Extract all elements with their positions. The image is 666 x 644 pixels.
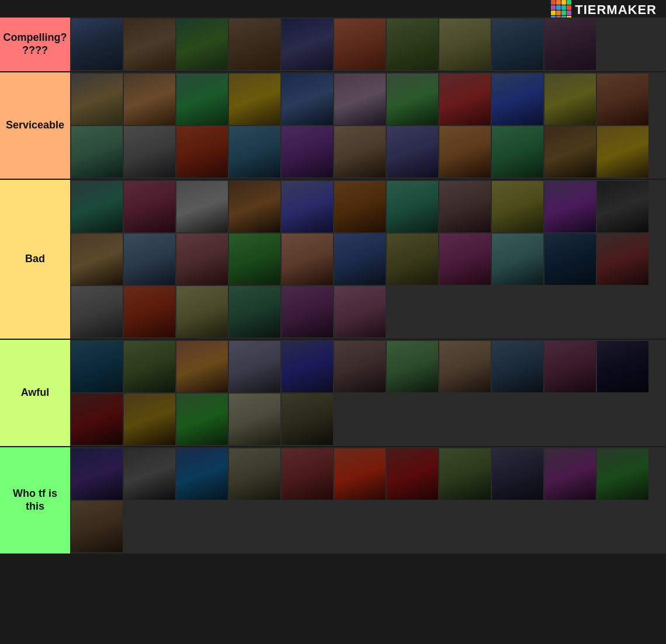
char-card bbox=[71, 394, 123, 445]
char-card bbox=[492, 341, 543, 392]
char-card bbox=[334, 19, 386, 70]
char-card bbox=[387, 341, 438, 392]
char-card bbox=[334, 74, 386, 125]
char-card bbox=[544, 19, 596, 70]
char-card bbox=[334, 126, 386, 177]
char-card bbox=[229, 181, 280, 232]
char-card bbox=[387, 126, 438, 177]
char-card bbox=[229, 448, 280, 500]
char-card bbox=[334, 341, 386, 392]
tier-label-text-bad: Bad bbox=[25, 253, 45, 266]
char-card bbox=[124, 341, 175, 392]
char-card bbox=[176, 234, 228, 285]
tier-label-text-serviceable: Serviceable bbox=[6, 119, 64, 132]
tier-row-compelling: Compelling????? bbox=[0, 18, 666, 72]
char-card bbox=[492, 74, 543, 125]
tiermaker-logo-text: TiERMAKER bbox=[575, 2, 657, 18]
char-card bbox=[229, 341, 280, 392]
char-card bbox=[124, 394, 175, 445]
char-card bbox=[544, 448, 596, 500]
char-card bbox=[176, 286, 228, 337]
char-card bbox=[71, 341, 123, 392]
char-card bbox=[124, 286, 175, 337]
char-card bbox=[71, 448, 123, 500]
char-card bbox=[71, 19, 123, 70]
char-card bbox=[229, 394, 280, 445]
char-card bbox=[439, 19, 491, 70]
tier-list: TiERMAKER Compelling????? Serviceable bbox=[0, 0, 666, 555]
char-card bbox=[176, 448, 228, 500]
char-card bbox=[71, 74, 123, 125]
char-card bbox=[387, 74, 438, 125]
tier-content-who bbox=[70, 447, 666, 554]
char-card bbox=[282, 19, 333, 70]
char-card bbox=[334, 181, 386, 232]
char-card bbox=[229, 234, 280, 285]
char-card bbox=[597, 74, 648, 125]
char-card bbox=[282, 181, 333, 232]
tier-row-who: Who tf is this bbox=[0, 447, 666, 555]
char-card bbox=[544, 341, 596, 392]
char-card bbox=[492, 126, 543, 177]
char-card bbox=[71, 234, 123, 285]
char-card bbox=[282, 74, 333, 125]
tier-row-serviceable: Serviceable bbox=[0, 72, 666, 180]
char-card bbox=[124, 19, 175, 70]
char-card bbox=[439, 181, 491, 232]
char-card bbox=[597, 234, 648, 285]
char-card bbox=[282, 448, 333, 500]
char-card bbox=[492, 181, 543, 232]
char-card bbox=[282, 126, 333, 177]
char-card bbox=[229, 74, 280, 125]
char-card bbox=[71, 286, 123, 337]
char-card bbox=[176, 74, 228, 125]
char-card bbox=[387, 448, 438, 500]
char-card bbox=[439, 448, 491, 500]
tier-content-bad bbox=[70, 180, 666, 339]
tier-content-serviceable bbox=[70, 72, 666, 179]
char-card bbox=[124, 448, 175, 500]
char-card bbox=[544, 74, 596, 125]
char-card bbox=[176, 181, 228, 232]
char-card bbox=[282, 341, 333, 392]
char-card bbox=[176, 126, 228, 177]
char-card bbox=[124, 181, 175, 232]
char-card bbox=[544, 234, 596, 285]
char-card bbox=[71, 501, 123, 552]
char-card bbox=[387, 181, 438, 232]
char-card bbox=[282, 234, 333, 285]
tier-row-awful: Awful bbox=[0, 340, 666, 447]
char-card bbox=[282, 286, 333, 337]
header: TiERMAKER bbox=[0, 0, 666, 18]
tier-label-compelling: Compelling????? bbox=[0, 18, 70, 71]
char-card bbox=[71, 181, 123, 232]
char-card bbox=[439, 74, 491, 125]
char-card bbox=[124, 74, 175, 125]
tier-content-compelling bbox=[70, 18, 666, 71]
char-card bbox=[334, 448, 386, 500]
char-card bbox=[176, 341, 228, 392]
char-card bbox=[387, 19, 438, 70]
char-card bbox=[439, 234, 491, 285]
tier-label-who: Who tf is this bbox=[0, 447, 70, 554]
char-card bbox=[124, 234, 175, 285]
char-card bbox=[229, 19, 280, 70]
char-card bbox=[176, 19, 228, 70]
char-card bbox=[597, 341, 648, 392]
tier-label-awful: Awful bbox=[0, 340, 70, 446]
char-card bbox=[544, 126, 596, 177]
char-card bbox=[492, 19, 543, 70]
char-card bbox=[387, 234, 438, 285]
tier-label-text-who: Who tf is this bbox=[2, 488, 68, 513]
char-card bbox=[597, 448, 648, 500]
char-card bbox=[282, 394, 333, 445]
char-card bbox=[544, 181, 596, 232]
tier-label-text-awful: Awful bbox=[21, 387, 50, 399]
char-card bbox=[229, 286, 280, 337]
char-card bbox=[597, 181, 648, 232]
char-card bbox=[71, 126, 123, 177]
tier-label-bad: Bad bbox=[0, 180, 70, 339]
char-card bbox=[439, 126, 491, 177]
tier-label-serviceable: Serviceable bbox=[0, 72, 70, 179]
char-card bbox=[492, 234, 543, 285]
